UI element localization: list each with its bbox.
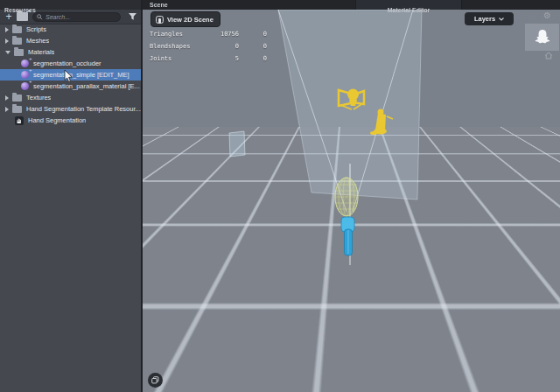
snapchat-preview-button[interactable] (525, 24, 559, 51)
hand-icon (15, 116, 24, 125)
resources-panel-titlebar: Resources (0, 0, 141, 10)
tree-item-textures[interactable]: Textures (0, 92, 141, 103)
tree-item-scripts[interactable]: Scripts (0, 24, 141, 35)
tree-item-materials[interactable]: Materials (0, 46, 141, 58)
search-input[interactable] (46, 14, 116, 20)
tab-material-editor[interactable]: Material Editor (355, 0, 462, 10)
tree-item-meshes[interactable]: Meshes (0, 35, 141, 46)
duplicate-view-button[interactable] (148, 373, 163, 388)
top-tab-bar: Resources Scene Material Editor (0, 0, 560, 10)
head-wireframe-mesh[interactable] (335, 178, 358, 216)
lens-studio-window: Resources Scene Material Editor + (0, 0, 560, 392)
stat-row-joints: Joints 5 0 (150, 52, 267, 65)
chevron-down-icon (499, 18, 504, 21)
folder-icon (12, 26, 22, 33)
layers-dropdown[interactable]: Layers (465, 12, 514, 25)
small-box-gizmo (229, 131, 245, 157)
tree-item-hand-segmentation[interactable]: Hand Segmentation (0, 115, 141, 126)
resources-panel: + Scripts Meshes (0, 10, 141, 392)
home-icon[interactable] (544, 52, 553, 60)
view-2d-scene-button[interactable]: View 2D Scene (150, 11, 220, 27)
scene-2d-icon (156, 16, 164, 24)
folder-icon (12, 106, 22, 113)
material-icon (21, 82, 29, 90)
material-icon (21, 60, 29, 67)
tree-item-hand-segmentation-template[interactable]: Hand Segmentation Template Resour... (0, 103, 141, 115)
chevron-right-icon[interactable] (5, 95, 9, 101)
stat-row-blendshapes: Blendshapes 0 0 (150, 40, 267, 52)
stat-row-triangles: Triangles 10756 0 (150, 28, 267, 40)
resources-panel-title: Resources (0, 5, 36, 15)
panel-splitter[interactable] (141, 0, 143, 392)
chevron-right-icon[interactable] (5, 107, 9, 112)
hand-segment-mesh[interactable] (341, 217, 354, 256)
chevron-right-icon[interactable] (5, 38, 9, 44)
folder-icon (14, 49, 24, 56)
scene-viewport[interactable]: View 2D Scene Triangles 10756 0 Blendsha… (143, 10, 560, 392)
tab-scene[interactable]: Scene (145, 0, 168, 10)
folder-icon (12, 38, 22, 45)
mouse-cursor (64, 70, 74, 83)
scene-stats: Triangles 10756 0 Blendshapes 0 0 Joints… (150, 28, 267, 65)
folder-icon (12, 94, 22, 102)
overlapping-squares-icon (151, 376, 159, 384)
tree-item-segmentation-occluder[interactable]: segmentation_occluder (0, 58, 141, 69)
chevron-down-icon[interactable] (5, 51, 10, 54)
chevron-right-icon[interactable] (5, 27, 9, 32)
material-icon (21, 71, 29, 79)
snapchat-ghost-icon (533, 29, 552, 46)
search-icon (37, 14, 43, 20)
search-box[interactable] (32, 12, 121, 22)
filter-icon[interactable] (128, 12, 137, 21)
gear-icon[interactable]: ⚙ (543, 10, 551, 20)
scene-3d-overlay (143, 10, 560, 392)
